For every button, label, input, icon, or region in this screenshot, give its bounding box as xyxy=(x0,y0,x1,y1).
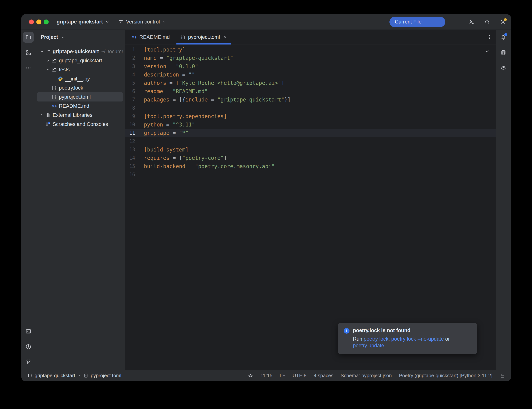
breadcrumb-project[interactable]: griptape-quickstart xyxy=(35,373,75,379)
code-line-13[interactable]: 13[build-system] xyxy=(125,145,496,154)
status-item-utf-8[interactable]: UTF-8 xyxy=(293,373,306,379)
notification-link-poetry-update[interactable]: poetry update xyxy=(353,343,384,348)
token-key: griptape xyxy=(144,130,169,136)
code-line-8[interactable]: 8 xyxy=(125,104,496,112)
status-item-poetry-griptape-quickstart-pyt[interactable]: Poetry (griptape-quickstart) [Python 3.1… xyxy=(399,373,492,379)
token-key: requires xyxy=(144,155,169,161)
vcs-widget-label: Version control xyxy=(126,19,160,25)
code-line-14[interactable]: 14requires = ["poetry-core"] xyxy=(125,154,496,162)
token-str: "poetry-core" xyxy=(182,155,224,161)
token-str: "README.md" xyxy=(173,88,208,94)
tree-row-scratches-and-consoles[interactable]: Scratches and Consoles xyxy=(37,120,123,129)
editor-tab-readme-md[interactable]: MREADME.md xyxy=(126,30,175,45)
code-line-12[interactable]: 12 xyxy=(125,137,496,145)
code-line-5[interactable]: 5authors = ["Kyle Roche <hello@griptape.… xyxy=(125,79,496,87)
code-line-7[interactable]: 7packages = [{include = "griptape_quicks… xyxy=(125,95,496,104)
editor-tabbar: MREADME.md[T]pyproject.toml xyxy=(125,30,496,45)
token-str: "Kyle Roche <hello@griptape.ai>" xyxy=(179,80,281,86)
run-config-selector[interactable]: Current File xyxy=(395,19,424,25)
code-text: requires = ["poetry-core"] xyxy=(138,155,227,161)
token-key: include xyxy=(185,97,208,103)
editor-area: MREADME.md[T]pyproject.toml 1[tool.poetr… xyxy=(125,30,496,370)
code-line-9[interactable]: 9[tool.poetry.dependencies] xyxy=(125,112,496,121)
vcs-widget[interactable]: Version control xyxy=(118,19,166,25)
tree-row-poetry-lock[interactable]: [T]poetry.lock xyxy=(37,83,123,93)
close-window-button[interactable] xyxy=(29,19,34,24)
token-sec: [tool.poetry] xyxy=(144,46,185,53)
code-text: [tool.poetry.dependencies] xyxy=(138,113,227,120)
tree-row-tests[interactable]: tests xyxy=(37,65,123,74)
code-line-16[interactable]: 16 xyxy=(125,170,496,179)
notification-link-poetry-lock[interactable]: poetry lock xyxy=(364,336,388,342)
status-item-schema-pyproject-json[interactable]: Schema: pyproject.json xyxy=(341,373,392,379)
status-item-11-15[interactable]: 11:15 xyxy=(260,373,272,379)
add-user-button[interactable] xyxy=(468,19,475,25)
chevron-down-icon[interactable] xyxy=(45,68,51,72)
code-line-3[interactable]: 3version = "0.1.0" xyxy=(125,62,496,70)
project-switcher[interactable]: griptape-quickstart xyxy=(57,19,110,25)
minimize-window-button[interactable] xyxy=(36,19,41,24)
code-line-2[interactable]: 2name = "griptape-quickstart" xyxy=(125,54,496,62)
ai-assistant-button[interactable] xyxy=(498,63,509,73)
token-key: version xyxy=(144,63,166,69)
status-item-4-spaces[interactable]: 4 spaces xyxy=(314,373,333,379)
copilot-icon[interactable] xyxy=(248,373,253,378)
project-panel-title: Project xyxy=(41,34,58,40)
chevron-right-icon[interactable] xyxy=(39,113,45,117)
zoom-window-button[interactable] xyxy=(44,19,49,24)
chevron-right-icon xyxy=(77,374,81,377)
chevron-down-icon[interactable] xyxy=(39,50,45,54)
git-toolwindow-button[interactable] xyxy=(23,357,34,367)
inspection-check-icon[interactable] xyxy=(485,48,490,53)
token-str: "griptape-quickstart" xyxy=(166,55,233,61)
close-tab-icon[interactable] xyxy=(223,35,227,39)
project-switcher-label: griptape-quickstart xyxy=(57,19,103,25)
line-number: 6 xyxy=(125,88,138,94)
python-icon xyxy=(57,76,64,82)
notification-link-poetry-lock-no-update[interactable]: poetry lock --no-update xyxy=(391,336,444,342)
code-line-11[interactable]: 11griptape = "*" xyxy=(125,129,496,137)
project-tree: griptape-quickstart~/Documegriptape_quic… xyxy=(35,45,125,129)
toml-icon: [T] xyxy=(83,373,88,378)
project-panel-header[interactable]: Project xyxy=(35,30,125,45)
tree-item-label: Scratches and Consoles xyxy=(53,121,108,127)
line-number: 15 xyxy=(125,163,138,169)
code-line-1[interactable]: 1[tool.poetry] xyxy=(125,46,496,54)
notifications-button[interactable] xyxy=(498,32,509,43)
settings-button[interactable] xyxy=(500,19,506,25)
chevron-right-icon[interactable] xyxy=(45,59,51,63)
structure-toolwindow-button[interactable] xyxy=(23,47,34,58)
token-str: "*" xyxy=(179,130,189,136)
tree-row-external-libraries[interactable]: External Libraries xyxy=(37,111,123,120)
pill-divider xyxy=(428,19,428,25)
notification-text: or xyxy=(444,336,450,342)
breadcrumb-file[interactable]: pyproject.toml xyxy=(91,373,121,379)
search-button[interactable] xyxy=(484,19,490,25)
code-line-4[interactable]: 4description = "" xyxy=(125,70,496,79)
code-line-10[interactable]: 10python = "^3.11" xyxy=(125,121,496,129)
run-widget: Current File xyxy=(389,17,445,27)
token-sec: [tool.poetry.dependencies] xyxy=(144,113,227,120)
status-item-lf[interactable]: LF xyxy=(280,373,285,379)
desktop-background: { "titlebar": { "project_switcher": "gri… xyxy=(0,0,532,409)
tree-row-readme-md[interactable]: MREADME.md xyxy=(37,102,123,111)
terminal-toolwindow-button[interactable] xyxy=(23,326,34,337)
editor-tab-pyproject-toml[interactable]: [T]pyproject.toml xyxy=(175,30,232,45)
project-toolwindow-button[interactable] xyxy=(23,32,34,43)
tab-options-kebab-icon[interactable] xyxy=(486,34,492,40)
svg-text:[T]: [T] xyxy=(52,96,56,99)
tree-row-griptape-quickstart[interactable]: griptape_quickstart xyxy=(37,56,123,65)
unlock-icon[interactable] xyxy=(500,373,505,378)
code-line-15[interactable]: 15build-backend = "poetry.core.masonry.a… xyxy=(125,162,496,170)
tree-row-pyproject-toml[interactable]: [T]pyproject.toml xyxy=(37,93,123,102)
token-op: = xyxy=(208,97,217,103)
code-editor[interactable]: 1[tool.poetry]2name = "griptape-quicksta… xyxy=(125,45,496,370)
code-line-6[interactable]: 6readme = "README.md" xyxy=(125,87,496,95)
git-branch-icon xyxy=(118,19,124,25)
database-toolwindow-button[interactable] xyxy=(498,47,509,58)
problems-toolwindow-button[interactable] xyxy=(23,341,34,352)
tree-row-griptape-quickstart[interactable]: griptape-quickstart~/Docume xyxy=(37,47,123,56)
more-toolwindows-button[interactable] xyxy=(23,63,34,73)
tree-row--init-py[interactable]: __init__.py xyxy=(37,74,123,83)
status-widgets: 11:15LFUTF-84 spacesSchema: pyproject.js… xyxy=(248,373,505,379)
